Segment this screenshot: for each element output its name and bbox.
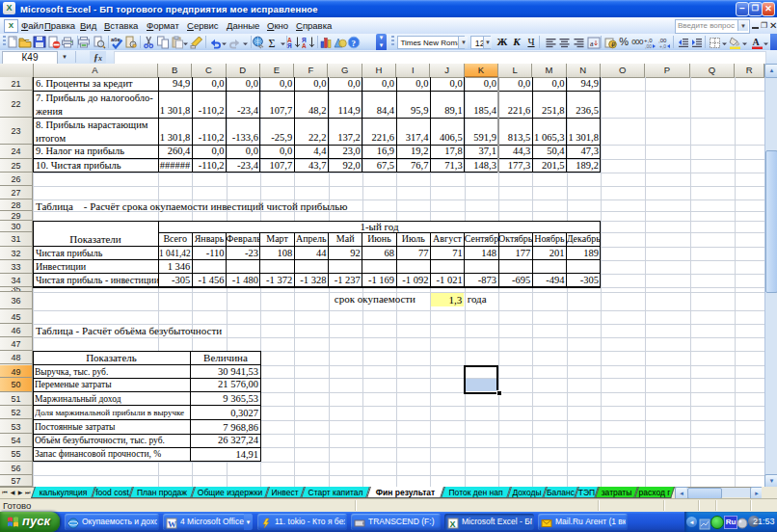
svg-text:W: W xyxy=(168,519,176,529)
svg-text:Я: Я xyxy=(287,42,292,49)
svg-text:+,0: +,0 xyxy=(659,43,666,49)
svg-text:А: А xyxy=(752,37,760,47)
svg-text:X: X xyxy=(450,519,456,529)
svg-text:a: a xyxy=(590,40,594,48)
svg-text:А: А xyxy=(302,42,307,49)
svg-text:?: ? xyxy=(352,39,357,48)
svg-text:₽: ₽ xyxy=(611,41,616,48)
svg-text:,00: ,00 xyxy=(645,43,652,49)
svg-text:Σ: Σ xyxy=(269,37,276,50)
